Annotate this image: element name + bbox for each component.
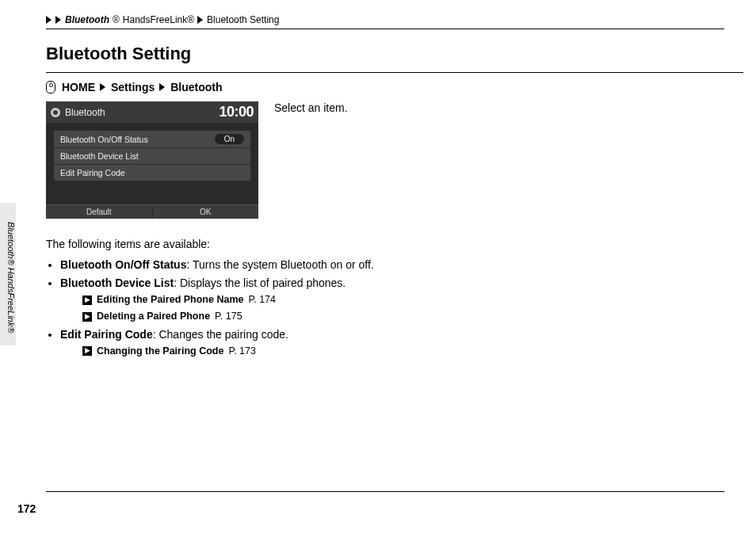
ref-title: Deleting a Paired Phone [97, 309, 210, 324]
item-desc: : Changes the pairing code. [153, 328, 288, 341]
item-name: Bluetooth On/Off Status [60, 258, 186, 271]
gear-icon [51, 108, 60, 117]
reference-arrow-icon: ▶ [82, 346, 92, 356]
device-screenshot: Bluetooth 10:00 Bluetooth On/Off Status … [46, 101, 258, 219]
list-item: Edit Pairing Code: Changes the pairing c… [60, 326, 553, 359]
intro-line: The following items are available: [46, 236, 553, 254]
runhead-section: Bluetooth Setting [207, 14, 279, 25]
item-name: Edit Pairing Code [60, 328, 153, 341]
page-number: 172 [17, 502, 36, 515]
screen-default-button: Default [46, 205, 153, 219]
screen-row-label: Bluetooth On/Off Status [60, 135, 148, 144]
list-item: Bluetooth Device List: Displays the list… [60, 275, 553, 324]
footer-rule [46, 491, 724, 492]
breadcrumb-triangle-icon [159, 83, 165, 91]
screen-menu-row: Bluetooth On/Off Status On [54, 131, 250, 148]
side-section-label: Bluetooth® HandsFreeLink® [6, 222, 16, 333]
screen-menu-row: Edit Pairing Code [54, 165, 250, 181]
ref-page: P. 174 [248, 292, 276, 307]
header-rule [46, 29, 724, 29]
selector-icon [46, 81, 55, 93]
body-text: The following items are available: Bluet… [46, 236, 553, 359]
runhead-bluetooth: Bluetooth [65, 14, 109, 25]
screen-ok-button: OK [153, 205, 259, 219]
screen-row-value: On [215, 134, 244, 144]
nav-settings: Settings [111, 81, 155, 93]
screen-row-label: Bluetooth Device List [60, 151, 139, 161]
nav-home: HOME [62, 81, 95, 93]
runhead-hfl: HandsFreeLink® [123, 14, 194, 25]
item-desc: : Displays the list of paired phones. [174, 277, 346, 289]
breadcrumb-triangle-icon [197, 16, 203, 24]
cross-reference[interactable]: ▶ Changing the Pairing Code P. 173 [82, 344, 553, 359]
runhead-reg: ® [113, 14, 120, 25]
instruction-text: Select an item. [274, 101, 348, 114]
screen-row-label: Edit Pairing Code [60, 168, 125, 177]
title-rule [46, 72, 743, 73]
ref-title: Editing the Paired Phone Name [97, 292, 243, 307]
list-item: Bluetooth On/Off Status: Turns the syste… [60, 257, 553, 274]
running-header: Bluetooth® HandsFreeLink® Bluetooth Sett… [46, 14, 724, 25]
page-title: Bluetooth Setting [46, 44, 724, 64]
ref-page: P. 173 [228, 344, 256, 359]
reference-arrow-icon: ▶ [82, 312, 92, 322]
breadcrumb-triangle-icon [55, 16, 61, 24]
reference-arrow-icon: ▶ [82, 296, 92, 305]
item-name: Bluetooth Device List [60, 277, 174, 289]
nav-bluetooth: Bluetooth [170, 81, 222, 93]
screen-menu-row: Bluetooth Device List [54, 148, 250, 165]
ref-title: Changing the Pairing Code [97, 344, 223, 359]
breadcrumb-triangle-icon [46, 16, 52, 24]
menu-path: HOME Settings Bluetooth [46, 81, 724, 93]
cross-reference[interactable]: ▶ Deleting a Paired Phone P. 175 [82, 309, 553, 324]
screen-clock: 10:00 [219, 104, 254, 120]
screen-title: Bluetooth [65, 107, 105, 118]
ref-page: P. 175 [215, 309, 242, 324]
cross-reference[interactable]: ▶ Editing the Paired Phone Name P. 174 [82, 292, 553, 307]
breadcrumb-triangle-icon [100, 83, 105, 91]
item-desc: : Turns the system Bluetooth on or off. [186, 258, 373, 271]
